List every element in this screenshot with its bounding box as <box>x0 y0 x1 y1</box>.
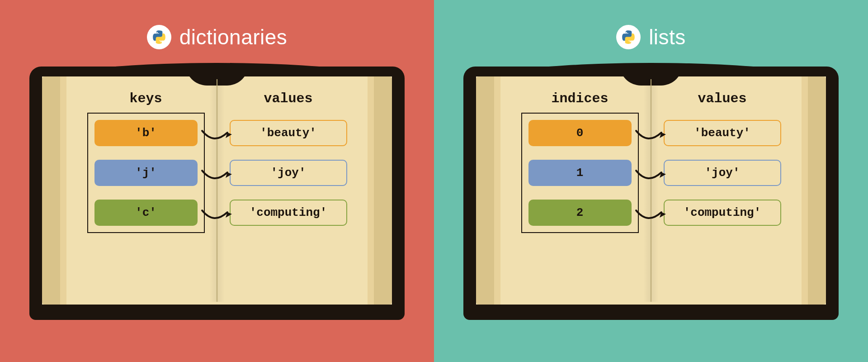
python-logo-icon <box>616 25 641 49</box>
panel-title: dictionaries <box>179 25 288 49</box>
page-edge <box>368 76 374 305</box>
arrow-column <box>633 115 669 228</box>
page-content: indices 0 1 2 values 'beauty' 'joy' 'com… <box>509 91 793 293</box>
panel-dictionaries: dictionaries keys 'b' 'j' 'c' values 'be… <box>0 0 434 362</box>
panel-lists: lists indices 0 1 2 values 'beauty' <box>434 0 868 362</box>
values-column: values 'beauty' 'joy' 'computing' <box>651 91 793 293</box>
values-stack: 'beauty' 'joy' 'computing' <box>664 114 781 226</box>
book-illustration: keys 'b' 'j' 'c' values 'beauty' 'joy' '… <box>29 67 405 320</box>
arrow-column <box>199 115 235 228</box>
keys-column: keys 'b' 'j' 'c' <box>75 91 217 293</box>
page-edge <box>494 76 500 305</box>
python-logo-icon <box>147 25 171 49</box>
page-edge-shadow <box>476 76 494 305</box>
arrow-icon <box>199 201 235 228</box>
page-edge <box>802 76 808 305</box>
value-pill: 'computing' <box>664 200 781 226</box>
index-pill: 2 <box>528 200 632 226</box>
book-illustration: indices 0 1 2 values 'beauty' 'joy' 'com… <box>463 67 839 320</box>
values-header: values <box>698 91 746 106</box>
index-pill: 1 <box>528 160 632 186</box>
keys-frame: 'b' 'j' 'c' <box>87 113 205 233</box>
title-row: lists <box>616 25 686 49</box>
values-header: values <box>264 91 312 106</box>
page-edge <box>60 76 66 305</box>
key-pill: 'b' <box>94 120 198 146</box>
key-pill: 'j' <box>94 160 198 186</box>
page-edge-shadow <box>374 76 392 305</box>
value-pill: 'joy' <box>664 160 781 186</box>
values-stack: 'beauty' 'joy' 'computing' <box>230 114 347 226</box>
indices-frame: 0 1 2 <box>521 113 639 233</box>
value-pill: 'beauty' <box>664 120 781 146</box>
value-pill: 'joy' <box>230 160 347 186</box>
value-pill: 'computing' <box>230 200 347 226</box>
keys-header: keys <box>129 91 162 106</box>
page-edge-shadow <box>42 76 60 305</box>
panel-title: lists <box>649 25 686 49</box>
title-row: dictionaries <box>147 25 288 49</box>
index-pill: 0 <box>528 120 632 146</box>
value-pill: 'beauty' <box>230 120 347 146</box>
key-pill: 'c' <box>94 200 198 226</box>
arrow-icon <box>633 162 669 188</box>
arrow-icon <box>199 162 235 188</box>
page-edge-shadow <box>808 76 826 305</box>
arrow-icon <box>633 201 669 228</box>
arrow-icon <box>199 122 235 148</box>
indices-column: indices 0 1 2 <box>509 91 651 293</box>
indices-header: indices <box>551 91 608 106</box>
values-column: values 'beauty' 'joy' 'computing' <box>217 91 359 293</box>
arrow-icon <box>633 122 669 148</box>
page-content: keys 'b' 'j' 'c' values 'beauty' 'joy' '… <box>75 91 359 293</box>
